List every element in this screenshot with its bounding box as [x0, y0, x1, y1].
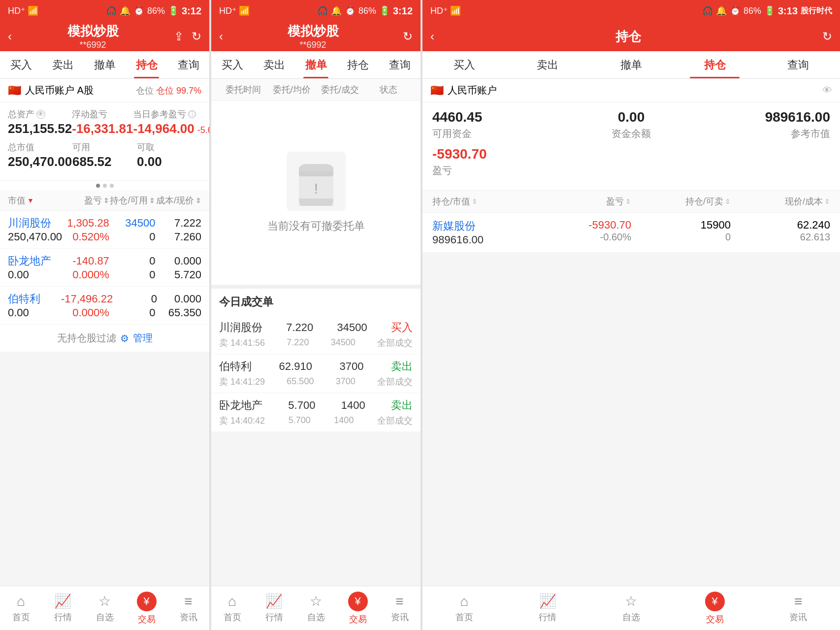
nav-market-2[interactable]: 📈 行情 — [253, 586, 295, 630]
nav-market-label-1: 行情 — [54, 611, 72, 623]
tab-sell-3[interactable]: 卖出 — [506, 51, 590, 78]
position-badge-1: 仓位 仓位 99.7% — [136, 85, 201, 97]
title-icons-2: ↻ — [403, 30, 413, 43]
market-val-1: 250,470.00 — [8, 231, 63, 243]
empty-scroll-icon: ! — [287, 152, 346, 211]
refresh-icon-1[interactable]: ↻ — [192, 30, 201, 43]
trade-row-2[interactable]: 伯特利 62.910 3700 卖出 卖 14:41:29 65.500 370… — [211, 354, 420, 393]
sort-price-icon: ⇕ — [824, 198, 830, 205]
refresh-icon-2[interactable]: ↻ — [403, 30, 413, 43]
nav-trade-1[interactable]: ¥ 交易 — [126, 586, 167, 630]
nav-home-2[interactable]: ⌂ 首页 — [211, 586, 253, 630]
tab-buy-2[interactable]: 买入 — [211, 51, 253, 78]
back-icon-3[interactable]: ‹ — [430, 30, 434, 43]
p3-available-label: 可用资金 — [432, 127, 565, 140]
nav-home-1[interactable]: ⌂ 首页 — [0, 586, 42, 630]
watchlist-icon-2: ☆ — [310, 593, 322, 609]
holding-row-2[interactable]: 卧龙地产 -140.87 0 0.000 0.00 0.000% 0 5.720 — [0, 249, 209, 287]
p3-refval-value: 989616.00 — [698, 109, 830, 125]
trade-price-3: 5.700 — [288, 399, 315, 412]
settings-icon[interactable]: ⚙ — [120, 332, 129, 344]
holding-row-3[interactable]: 伯特利 -17,496.22 0 0.000 0.00 0.000% 0 65.… — [0, 287, 209, 325]
tab-query-1[interactable]: 查询 — [167, 51, 209, 78]
nav-watchlist-label-2: 自选 — [307, 611, 325, 623]
tab-cancel-2[interactable]: 撤单 — [295, 51, 337, 78]
nav-home-3[interactable]: ⌂ 首页 — [422, 586, 506, 630]
nav-watchlist-2[interactable]: ☆ 自选 — [295, 586, 337, 630]
tab-holdings-3[interactable]: 持仓 — [673, 51, 757, 78]
trade-result-1: 全部成交 — [377, 337, 413, 349]
total-value-label: 总市值 — [8, 141, 72, 153]
info-icon-assets[interactable]: 👁 — [36, 110, 45, 119]
col-cost-header[interactable]: 成本/现价 ⇕ — [155, 195, 201, 206]
tab-holdings-2[interactable]: 持仓 — [337, 51, 379, 78]
nav-trade-3[interactable]: ¥ 交易 — [673, 586, 757, 630]
nav-trade-2[interactable]: ¥ 交易 — [337, 586, 379, 630]
account-header-3: 🇨🇳 人民币账户 👁 — [422, 79, 840, 102]
p3-col-pos[interactable]: 持仓/市值 ⇕ — [432, 196, 532, 207]
back-icon-1[interactable]: ‹ — [8, 30, 12, 43]
col-pnl-header[interactable]: 盈亏 ⇕ — [63, 195, 109, 206]
holding-row-1[interactable]: 川润股份 1,305.28 34500 7.222 250,470.00 0.5… — [0, 211, 209, 249]
nav-market-3[interactable]: 📈 行情 — [506, 586, 590, 630]
share-icon[interactable]: ⇪ — [174, 30, 184, 43]
stock-name-3[interactable]: 伯特利 — [8, 292, 61, 306]
nav-watchlist-3[interactable]: ☆ 自选 — [589, 586, 673, 630]
nav-news-1[interactable]: ≡ 资讯 — [167, 586, 209, 630]
title-bar-3: ‹ 持仓 ↻ — [422, 22, 840, 51]
nav-watchlist-1[interactable]: ☆ 自选 — [84, 586, 126, 630]
panel3-stats: 4460.45 可用资金 0.00 资金余额 989616.00 参考市值 -5… — [422, 102, 840, 191]
stock-name-2[interactable]: 卧龙地产 — [8, 254, 63, 268]
cost-2: 0.000 — [155, 255, 201, 267]
stock-name-1[interactable]: 川润股份 — [8, 216, 63, 231]
col-pos-header[interactable]: 持仓/可用 ⇕ — [109, 195, 156, 206]
tab-query-3[interactable]: 查询 — [756, 51, 840, 78]
flag-icon-3: 🇨🇳 — [430, 84, 444, 97]
tab-cancel-3[interactable]: 撤单 — [589, 51, 673, 78]
content-spacer-1 — [0, 352, 209, 586]
tab-sell-1[interactable]: 卖出 — [42, 51, 84, 78]
p3-stock-name-1[interactable]: 新媒股份 — [432, 219, 532, 233]
pos-avail2-2: 0 — [109, 268, 156, 281]
battery-icon-3: 🔋 — [764, 5, 775, 16]
manage-label[interactable]: 管理 — [133, 332, 153, 345]
p3-stock-col-1: 新媒股份 989616.00 — [432, 219, 532, 246]
col-market-header[interactable]: 市值 ▼ — [8, 195, 63, 206]
p3-col-pnl[interactable]: 盈亏 ⇕ — [532, 196, 631, 207]
tab-buy-1[interactable]: 买入 — [0, 51, 42, 78]
trade-bot-1: 卖 14:41:56 7.220 34500 全部成交 — [219, 337, 413, 349]
trade-price-1: 7.220 — [286, 321, 313, 334]
p3-holding-row-1[interactable]: 新媒股份 989616.00 -5930.70 -0.60% 15900 0 6… — [422, 213, 840, 253]
nav-market-label-3: 行情 — [539, 611, 556, 623]
refresh-icon-3[interactable]: ↻ — [822, 30, 832, 43]
tab-sell-2[interactable]: 卖出 — [253, 51, 295, 78]
nav-market-1[interactable]: 📈 行情 — [42, 586, 84, 630]
home-icon-3: ⌂ — [460, 594, 468, 609]
back-icon-2[interactable]: ‹ — [219, 30, 223, 43]
trade-bot-2: 卖 14:41:29 65.500 3700 全部成交 — [219, 376, 413, 388]
info-icon-daily[interactable]: ⓘ — [188, 110, 196, 118]
nav-news-2[interactable]: ≡ 资讯 — [379, 586, 420, 630]
headphone-icon: 🎧 — [106, 5, 117, 16]
trade-row-1[interactable]: 川润股份 7.220 34500 买入 卖 14:41:56 7.220 345… — [211, 315, 420, 354]
p3-col-price[interactable]: 现价/成本 ⇕ — [731, 196, 830, 207]
p3-available-item: 4460.45 可用资金 — [432, 109, 565, 140]
trade-row-3[interactable]: 卧龙地产 5.700 1400 卖出 卖 14:40:42 5.700 1400… — [211, 393, 420, 432]
tab-holdings-1[interactable]: 持仓 — [126, 51, 167, 78]
flag-icon-1: 🇨🇳 — [8, 84, 21, 97]
tab-query-2[interactable]: 查询 — [379, 51, 420, 78]
news-icon-2: ≡ — [395, 594, 403, 609]
notification-icon-3: 🔔 — [716, 5, 727, 16]
bottom-nav-3: ⌂ 首页 📈 行情 ☆ 自选 ¥ 交易 ≡ 资讯 — [422, 586, 840, 630]
tab-buy-3[interactable]: 买入 — [422, 51, 506, 78]
time-2: 3:12 — [393, 5, 413, 17]
trade-price-2: 62.910 — [279, 360, 312, 373]
tab-cancel-1[interactable]: 撤单 — [84, 51, 126, 78]
nav-market-label-2: 行情 — [265, 611, 283, 623]
eye-icon-3[interactable]: 👁 — [822, 85, 832, 96]
hd-badge-3: HD⁺ — [430, 5, 448, 16]
available-value: 685.52 — [72, 154, 137, 169]
p3-col-sell[interactable]: 持仓/可卖 ⇕ — [631, 196, 731, 207]
empty-order-container: ! 当前没有可撤委托单 — [211, 101, 420, 285]
nav-news-3[interactable]: ≡ 资讯 — [756, 586, 840, 630]
